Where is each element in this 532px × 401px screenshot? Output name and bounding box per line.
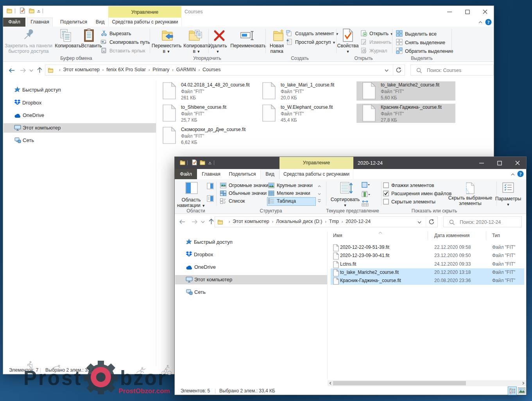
svg-text:?: ? <box>487 20 490 25</box>
svg-text:?: ? <box>519 171 522 177</box>
